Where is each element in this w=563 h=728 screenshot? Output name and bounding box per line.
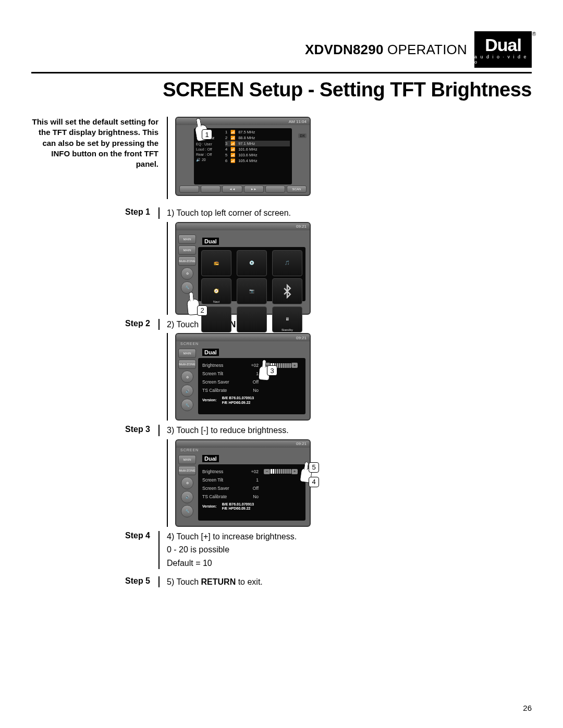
cal-v: No — [244, 388, 259, 393]
icon-camera[interactable]: 📷 — [237, 278, 267, 304]
plus-button[interactable]: + — [291, 363, 298, 368]
brand-logo: ® Dual a u d i o · v i d e o — [474, 31, 532, 68]
saver-k: Screen Saver — [202, 379, 239, 385]
page-title: SCREEN Setup - Setting TFT Brightness — [31, 79, 532, 101]
row-brightness: Brightness +02 − + — [202, 361, 301, 369]
ver1: B/E B76.01.070913 — [222, 396, 254, 400]
cal-k: TS Calibrate — [202, 494, 239, 499]
botbtn[interactable] — [201, 186, 221, 193]
botbtn[interactable] — [265, 186, 285, 193]
shot4-topbar: 09:21 — [176, 440, 310, 448]
p2n: 2 — [225, 135, 227, 140]
cal-v: No — [244, 494, 259, 499]
botbtn-scan[interactable]: SCAN — [287, 186, 307, 193]
side-screen-icon[interactable]: ⚙ — [181, 267, 193, 280]
side-mz[interactable]: Multi-ZONE — [178, 466, 196, 475]
step-1: Step 1 1) Touch top left corner of scree… — [31, 207, 532, 219]
step-2-label: Step 2 — [31, 319, 158, 328]
divider-vertical — [158, 319, 160, 330]
shot1-eq: EQ : User — [196, 142, 221, 146]
side-icon[interactable]: 🔊 — [181, 385, 193, 397]
saver-k: Screen Saver — [202, 486, 239, 491]
ver-k: Version: — [202, 504, 217, 509]
shot2-clock: 09:21 — [296, 224, 307, 229]
shot4-clock: 09:21 — [296, 441, 307, 446]
step-3-label: Step 3 — [31, 425, 158, 434]
shot3-clock: 09:21 — [296, 336, 307, 340]
icon-ipod[interactable]: 🎵 — [272, 250, 302, 276]
callout-3: 3 — [267, 365, 277, 376]
divider-vertical — [158, 207, 160, 219]
side-main[interactable]: MAIN — [178, 235, 196, 244]
screenshot-4-screen-settings: 09:21 SCREEN MAIN Multi-ZONE ⚙ 🔊 🔧 Dual … — [175, 439, 311, 527]
range-note: 0 - 20 is possible — [167, 544, 297, 556]
row-brightness: Brightness +02 − + — [202, 467, 301, 476]
icon-radio[interactable]: 📻 — [201, 250, 231, 276]
step-4-text: 4) Touch [+] to increase brightness. 0 -… — [167, 531, 297, 569]
side-icon[interactable]: ⚙ — [181, 371, 193, 383]
icon-blank[interactable] — [237, 306, 267, 332]
saver-v: Off — [244, 486, 259, 491]
shot2-logo: Dual — [202, 238, 219, 245]
icon-bluetooth[interactable] — [272, 278, 302, 304]
p3n: 3 — [225, 141, 227, 146]
divider-vertical — [167, 117, 168, 199]
botbtn-prev[interactable]: ◄◄ — [222, 186, 242, 193]
botbtn[interactable] — [179, 186, 199, 193]
p1n: 1 — [225, 130, 227, 134]
content: This will set the default setting for th… — [31, 117, 532, 199]
shot2-wrap: 09:21 MAIN MAIN Multi-ZONE ⚙ 🔧 Dual 📻 💿 … — [167, 222, 532, 315]
p5n: 5 — [225, 153, 227, 157]
p2f: 88.8 MHz — [238, 135, 255, 140]
side-icon[interactable]: 🔧 — [181, 399, 193, 411]
p6n: 6 — [225, 158, 227, 163]
icon-navi[interactable]: Navi🧭 — [201, 278, 231, 304]
tilt-k: Screen Tilt — [202, 371, 239, 376]
shot4-settings: Brightness +02 − + Screen Tilt1 Screen S… — [198, 464, 305, 521]
side-mz[interactable]: Multi-ZONE — [178, 360, 196, 369]
side-mz[interactable]: Multi-ZONE — [178, 256, 196, 266]
shot3-wrap: 09:21 SCREEN MAIN Multi-ZONE ⚙ 🔊 🔧 Dual … — [167, 333, 532, 421]
default-note: Default = 10 — [167, 558, 297, 569]
side-icon[interactable]: ⚙ — [181, 477, 193, 489]
shot4-wrap: 09:21 SCREEN MAIN Multi-ZONE ⚙ 🔊 🔧 Dual … — [167, 439, 532, 527]
step-3: Step 3 3) Touch [-] to reduce brightness… — [31, 425, 532, 436]
icon-standby[interactable]: Standby🖥 — [272, 306, 302, 332]
steps-block: Step 1 1) Touch top left corner of scree… — [31, 203, 532, 590]
section-label: OPERATION — [387, 42, 467, 57]
p4f: 101.6 MHz — [238, 147, 257, 152]
registered-mark: ® — [532, 31, 536, 37]
ver2: F/E HPD60.09.22 — [222, 507, 251, 510]
brightness-bar: − + — [264, 469, 298, 474]
botbtn-next[interactable]: ►► — [244, 186, 264, 193]
icon-disc[interactable]: 💿 — [237, 250, 267, 276]
side-main2[interactable]: MAIN — [178, 245, 196, 255]
side-icon[interactable]: 🔊 — [181, 491, 193, 503]
shot2-grid: 📻 💿 🎵 Navi🧭 📷 Standby🖥 — [198, 247, 305, 301]
minus-button[interactable]: − — [264, 469, 270, 474]
header: XDVDN8290 OPERATION ® Dual a u d i o · v… — [31, 31, 532, 68]
header-text: XDVDN8290 OPERATION — [305, 42, 467, 58]
shot3-logo: Dual — [202, 349, 219, 356]
shot3-side-buttons: MAIN Multi-ZONE ⚙ 🔊 🔧 — [178, 349, 196, 411]
shot1-loud: Loud : Off — [196, 147, 221, 151]
shot4-logo: Dual — [202, 455, 219, 462]
p4n: 4 — [225, 147, 227, 152]
step-5-label: Step 5 — [31, 576, 158, 586]
tilt-v: 1 — [244, 371, 259, 376]
shot2-side-buttons: MAIN MAIN Multi-ZONE ⚙ 🔧 — [178, 235, 196, 294]
saver-v: Off — [244, 379, 259, 385]
p5f: 103.6 MHz — [238, 153, 257, 157]
side-icon[interactable]: 🔧 — [181, 505, 193, 517]
left-column: This will set the default setting for th… — [31, 117, 167, 199]
divider-vertical — [158, 425, 160, 436]
divider-vertical — [158, 531, 160, 569]
plus-button[interactable]: + — [291, 469, 298, 474]
shot3-topbar: 09:21 — [176, 334, 310, 341]
p3f: 97.1 MHz — [238, 141, 255, 146]
step-1-text: 1) Touch top left corner of screen. — [167, 207, 291, 219]
side-main[interactable]: MAIN — [178, 349, 196, 358]
side-main[interactable]: MAIN — [178, 455, 196, 464]
shot3-title: SCREEN — [180, 342, 199, 346]
callout-1: 1 — [202, 129, 212, 140]
